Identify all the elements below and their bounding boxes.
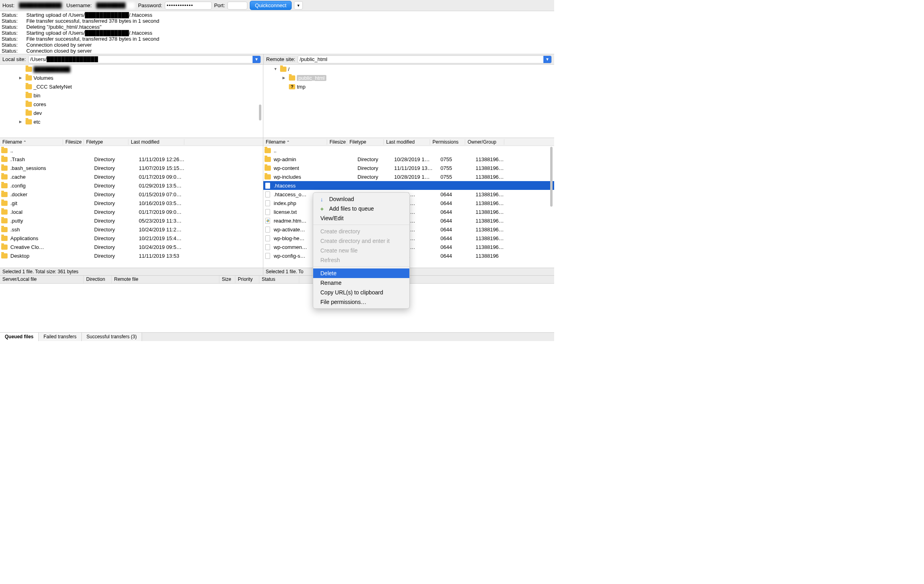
log-message: Starting upload of /Users/████████████/.…: [26, 12, 152, 18]
log-status-label: Status:: [2, 24, 26, 30]
local-tree[interactable]: ▶██████████▶Volumes▶_CCC SafetyNet▶bin▶c…: [0, 65, 263, 138]
queue-column-header[interactable]: Size: [219, 276, 235, 283]
ctx-file-permissions[interactable]: File permissions…: [313, 297, 409, 307]
scrollbar-thumb[interactable]: [550, 147, 553, 207]
username-input[interactable]: [94, 2, 136, 10]
column-header[interactable]: Filename: [263, 139, 327, 145]
file-row[interactable]: wp-adminDirectory10/28/2019 1…0755113881…: [263, 155, 554, 164]
local-tree-item[interactable]: ▶Volumes: [0, 73, 263, 82]
ctx-create-directory[interactable]: Create directory: [313, 227, 409, 236]
local-tree-item[interactable]: ▶cores: [0, 100, 263, 109]
local-tree-item[interactable]: ▶██████████: [0, 65, 263, 73]
column-header[interactable]: Last modified: [384, 139, 430, 145]
local-site-combo[interactable]: ▼: [28, 55, 261, 63]
file-row[interactable]: .sshDirectory10/24/2019 11:2…: [0, 225, 263, 234]
column-header[interactable]: Last modified: [128, 139, 184, 145]
local-tree-item[interactable]: ▶_CCC SafetyNet: [0, 82, 263, 91]
file-row[interactable]: .configDirectory01/29/2019 13:5…: [0, 181, 263, 190]
local-file-list[interactable]: FilenameFilesizeFiletypeLast modified ..…: [0, 138, 263, 268]
ctx-refresh[interactable]: Refresh: [313, 255, 409, 265]
column-header[interactable]: Filesize: [327, 139, 347, 145]
file-row[interactable]: .cacheDirectory01/17/2019 09:0…: [0, 172, 263, 181]
transfer-queue-body[interactable]: [0, 284, 554, 332]
port-input[interactable]: [227, 2, 247, 10]
column-header[interactable]: Filetype: [347, 139, 384, 145]
file-row[interactable]: DesktopDirectory11/11/2019 13:53: [0, 251, 263, 260]
file-row[interactable]: wp-contentDirectory11/11/2019 13…0755113…: [263, 164, 554, 172]
ctx-view-edit[interactable]: View/Edit: [313, 213, 409, 223]
file-modified: 10/28/2019 1…: [393, 174, 439, 180]
queue-column-header[interactable]: Direction: [84, 276, 112, 283]
scrollbar-thumb[interactable]: [259, 105, 261, 120]
file-modified: 11/11/2019 12:26…: [137, 156, 193, 162]
quickconnect-button[interactable]: Quickconnect: [250, 1, 292, 10]
folder-icon: [1, 227, 8, 232]
file-row[interactable]: ApplicationsDirectory10/21/2019 15:4…: [0, 234, 263, 243]
file-name: .Trash: [9, 156, 72, 162]
ctx-create-new-file[interactable]: Create new file: [313, 246, 409, 255]
file-row[interactable]: .TrashDirectory11/11/2019 12:26…: [0, 155, 263, 164]
file-row[interactable]: .htaccess: [263, 181, 554, 190]
log-message: Deleting "/public_html/.htaccess": [26, 24, 101, 30]
folder-icon: [26, 93, 32, 98]
tab-failed-transfers[interactable]: Failed transfers: [39, 333, 82, 341]
column-header[interactable]: Filesize: [63, 139, 84, 145]
remote-tree[interactable]: ▼/▶public_html▶?tmp: [263, 65, 554, 138]
chevron-down-icon[interactable]: ▼: [543, 56, 551, 63]
queue-column-header[interactable]: Server/Local file: [0, 276, 84, 283]
ctx-download-label: Download: [329, 196, 354, 202]
file-row[interactable]: .puttyDirectory05/23/2019 11:3…: [0, 216, 263, 225]
file-permissions: 0755: [439, 156, 474, 162]
file-row[interactable]: .bash_sessionsDirectory11/07/2019 15:15…: [0, 164, 263, 172]
file-row[interactable]: ..: [0, 146, 263, 155]
quickconnect-history-button[interactable]: ▼: [294, 1, 303, 10]
chevron-down-icon[interactable]: ▼: [253, 56, 261, 63]
column-header[interactable]: Owner/Group: [465, 139, 504, 145]
log-message: File transfer successful, transferred 37…: [26, 36, 159, 42]
file-owner: 11388196: [474, 253, 513, 259]
remote-tree-item[interactable]: ▼/: [263, 65, 554, 73]
disclosure-icon[interactable]: ▶: [282, 76, 287, 80]
remote-site-input[interactable]: [298, 56, 543, 62]
tab-queued-files[interactable]: Queued files: [0, 333, 39, 341]
file-row[interactable]: Creative Clo…Directory10/24/2019 09:5…: [0, 243, 263, 251]
column-header[interactable]: Filename: [0, 139, 63, 145]
log-message: Connection closed by server: [26, 48, 92, 54]
disclosure-icon[interactable]: ▶: [19, 76, 24, 80]
username-label: Username:: [66, 2, 92, 8]
queue-column-header[interactable]: Remote file: [112, 276, 219, 283]
ctx-create-directory-enter[interactable]: Create directory and enter it: [313, 236, 409, 246]
file-name: Applications: [9, 235, 72, 241]
column-header[interactable]: Filetype: [84, 139, 128, 145]
quickconnect-toolbar: Host: Username: Password: Port: Quickcon…: [0, 0, 554, 11]
remote-site-combo[interactable]: ▼: [298, 55, 552, 63]
log-status-label: Status:: [2, 36, 26, 42]
folder-icon: [26, 67, 32, 72]
disclosure-icon[interactable]: ▶: [19, 120, 24, 124]
column-header[interactable]: Permissions: [430, 139, 465, 145]
file-row[interactable]: wp-includesDirectory10/28/2019 1…0755113…: [263, 172, 554, 181]
folder-icon: [26, 110, 32, 116]
file-row[interactable]: .dockerDirectory01/15/2019 07:0…: [0, 190, 263, 199]
ctx-copy-url[interactable]: Copy URL(s) to clipboard: [313, 288, 409, 297]
local-tree-item[interactable]: ▶bin: [0, 91, 263, 100]
file-row[interactable]: .gitDirectory10/16/2019 03:5…: [0, 199, 263, 207]
local-tree-item[interactable]: ▶etc: [0, 117, 263, 126]
file-modified: 01/17/2019 09:0…: [137, 209, 193, 215]
ctx-add-to-queue[interactable]: Add files to queue: [313, 204, 409, 213]
remote-tree-item[interactable]: ▶public_html: [263, 73, 554, 82]
file-row[interactable]: ..: [263, 146, 554, 155]
file-row[interactable]: .localDirectory01/17/2019 09:0…: [0, 207, 263, 216]
ctx-download[interactable]: Download: [313, 194, 409, 204]
disclosure-icon[interactable]: ▼: [274, 67, 278, 71]
ctx-delete[interactable]: Delete: [313, 268, 409, 278]
remote-tree-item[interactable]: ▶?tmp: [263, 82, 554, 91]
password-input[interactable]: [165, 2, 212, 10]
tab-successful-transfers[interactable]: Successful transfers (3): [82, 333, 142, 341]
queue-column-header[interactable]: Status: [259, 276, 299, 283]
queue-column-header[interactable]: Priority: [235, 276, 259, 283]
host-input[interactable]: [17, 2, 64, 10]
local-tree-item[interactable]: ▶dev: [0, 109, 263, 117]
ctx-rename[interactable]: Rename: [313, 278, 409, 288]
local-site-input[interactable]: [29, 56, 253, 62]
